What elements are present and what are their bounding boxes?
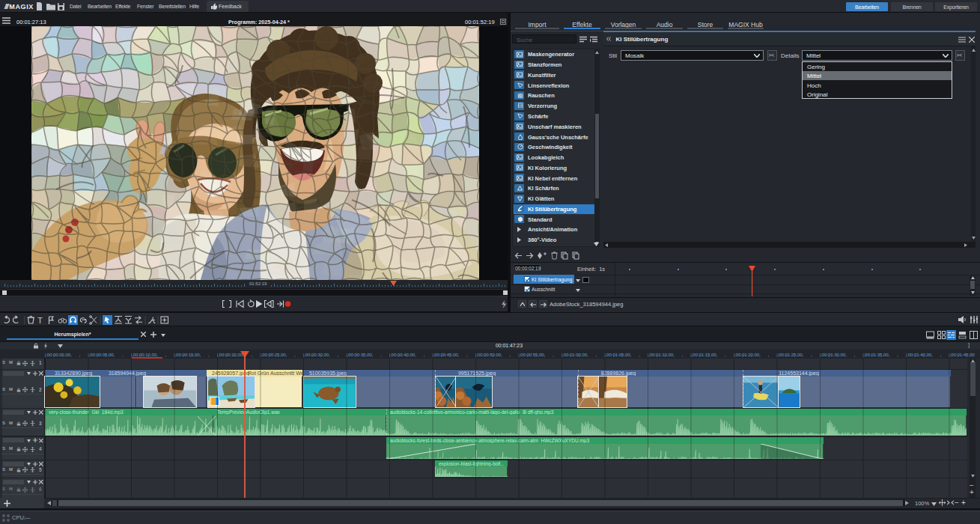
- svg-text:T: T: [37, 316, 43, 325]
